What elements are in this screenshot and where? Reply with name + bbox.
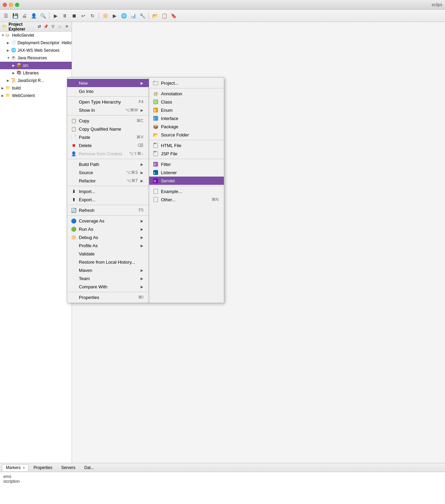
submenu-item-example[interactable]: Example... [149, 187, 224, 195]
menu-item-import[interactable]: ⬇ Import... [67, 187, 149, 195]
menu-item-paste[interactable]: 📄 Paste ⌘V [67, 133, 149, 141]
tab-markers[interactable]: Markers ☓ [2, 464, 28, 471]
toolbar-print-btn[interactable]: 🖨 [20, 11, 29, 20]
menu-item-source[interactable]: Source ⌥⌘S ▶ [67, 168, 149, 177]
opentypehierarchy-icon [71, 99, 77, 105]
source-icon [71, 169, 77, 176]
menu-item-refresh[interactable]: 🔄 Refresh F5 [67, 206, 149, 214]
menu-item-buildpath[interactable]: Build Path ▶ [67, 160, 149, 168]
submenu-item-filter[interactable]: F Filter [149, 160, 224, 168]
toolbar-stop-btn[interactable]: ⏹ [70, 11, 79, 20]
tree-item-deployment[interactable]: ▶ 📄 Deployment Descriptor: HelloServlet [0, 39, 72, 47]
menu-item-coverageas[interactable]: 🔵 Coverage As ▶ [67, 217, 149, 225]
tree-item-jaxws[interactable]: ▶ 🌐 JAX-WS Web Services [0, 47, 72, 54]
toolbar-refresh-btn[interactable]: ↻ [88, 11, 97, 20]
toolbar-save-btn[interactable]: 💾 [11, 11, 20, 20]
panel-header-actions: ⇄ 📌 ▽ □ ✕ [36, 24, 70, 30]
submenu-item-listener[interactable]: L Listener [149, 168, 224, 177]
menu-item-gointo[interactable]: Go Into [67, 87, 149, 95]
submenu-item-class[interactable]: C Class [149, 98, 224, 106]
menu-item-opentypehierarchy[interactable]: Open Type Hierarchy F4 [67, 98, 149, 106]
tree-item-src[interactable]: ▶ 📦 src [0, 62, 72, 69]
menu-label-export: Export... [79, 197, 143, 202]
svg-text:E: E [154, 109, 156, 112]
menu-label-runas: Run As [79, 227, 138, 232]
submenu-item-servlet[interactable]: S Servlet [149, 177, 224, 185]
submenu-label-other: Other... [161, 197, 204, 202]
tab-properties[interactable]: Properties [30, 464, 56, 471]
toolbar-bookmark-btn[interactable]: 🔖 [169, 11, 178, 20]
toolbar-open-btn[interactable]: 📂 [151, 11, 159, 20]
menu-item-validate[interactable]: Validate [67, 250, 149, 258]
submenu-item-enum[interactable]: E Enum [149, 106, 224, 114]
minimize-button[interactable] [9, 3, 13, 7]
menu-item-maven[interactable]: Maven ▶ [67, 266, 149, 274]
tree-label-libraries: Libraries [23, 71, 39, 75]
toolbar-pause-btn[interactable]: ⏸ [60, 11, 69, 20]
buildpath-arrow: ▶ [141, 163, 143, 166]
toolbar-step-btn[interactable]: ↩ [79, 11, 88, 20]
submenu-item-other[interactable]: Other... ⌘N [149, 195, 224, 204]
menu-item-properties[interactable]: Properties ⌘I [67, 293, 149, 301]
maven-arrow: ▶ [141, 268, 143, 272]
tree-item-build[interactable]: ▶ 📁 build [0, 84, 72, 92]
panel-pin-btn[interactable]: 📌 [43, 24, 49, 30]
panel-minimize-btn[interactable]: ▽ [50, 24, 56, 30]
menu-label-team: Team [79, 276, 138, 281]
html-submenu-icon [153, 142, 159, 148]
tree-item-webcontent[interactable]: ▶ 📁 WebContent [0, 92, 72, 99]
toolbar-coverage-btn[interactable]: 📊 [129, 11, 137, 20]
tab-data-label: Dat... [84, 465, 94, 470]
tree-item-libraries[interactable]: ▶ 📚 Libraries [0, 69, 72, 77]
tree-item-jsresources[interactable]: ▶ 📜 JavaScript R... [0, 77, 72, 84]
svg-rect-9 [154, 143, 156, 144]
toolbar-profile-btn[interactable]: 🌐 [119, 11, 128, 20]
submenu-item-package[interactable]: 📦 Package [149, 122, 224, 131]
submenu-item-annotation[interactable]: @ Annotation [149, 89, 224, 98]
tab-data[interactable]: Dat... [81, 464, 98, 471]
submenu-item-jspfile[interactable]: JSP File [149, 149, 224, 158]
toolbar-build-btn[interactable]: 🔧 [138, 11, 147, 20]
toolbar-run-btn[interactable]: ▶ [51, 11, 60, 20]
menu-item-delete[interactable]: ✖ Delete ⌫ [67, 141, 149, 149]
tab-servers[interactable]: Servers [57, 464, 79, 471]
panel-close-btn[interactable]: ✕ [63, 24, 70, 30]
toolbar-user-btn[interactable]: 👤 [29, 11, 38, 20]
maximize-button[interactable] [15, 3, 19, 7]
package-submenu-icon: 📦 [153, 123, 159, 130]
svg-text:L: L [154, 171, 156, 175]
submenu-item-htmlfile[interactable]: HTML File [149, 141, 224, 149]
menu-item-export[interactable]: ⬆ Export... [67, 195, 149, 204]
tree-label-webcontent: WebContent [12, 93, 35, 98]
context-menu: New ▶ Go Into Open Type Hierarchy F4 Sho… [67, 77, 149, 303]
menu-item-new[interactable]: New ▶ [67, 79, 149, 87]
panel-maximize-btn[interactable]: □ [57, 24, 63, 30]
toolbar-launch-btn[interactable]: ▶ [110, 11, 119, 20]
toolbar-new-btn[interactable]: ☰ [1, 11, 10, 20]
toolbar-history-btn[interactable]: 📋 [160, 11, 169, 20]
menu-item-comparewith[interactable]: Compare With ▶ [67, 283, 149, 291]
menu-item-copy[interactable]: 📋 Copy ⌘C [67, 117, 149, 125]
toolbar-search-btn[interactable]: 🔍 [38, 11, 47, 20]
menu-item-restorefromlocalhistory[interactable]: Restore from Local History... [67, 258, 149, 266]
tree-item-javaresources[interactable]: ▼ ☕ Java Resources [0, 54, 72, 62]
run-icon: 🟢 [71, 226, 77, 232]
menu-shortcut-opentypehierarchy: F4 [139, 99, 143, 104]
submenu-item-interface[interactable]: I Interface [149, 114, 224, 122]
menu-item-debugas[interactable]: 🔆 Debug As ▶ [67, 233, 149, 241]
menu-item-profileas[interactable]: Profile As ▶ [67, 241, 149, 250]
tree-item-helloservlet[interactable]: ▼ 🗂 HelloServlet [0, 32, 72, 39]
submenu-item-project[interactable]: Project... [149, 79, 224, 87]
menu-item-showin[interactable]: Show In ⌥⌘W ▶ [67, 106, 149, 114]
close-button[interactable] [3, 3, 7, 7]
panel-sync-btn[interactable]: ⇄ [36, 24, 42, 30]
toolbar-debug-launch-btn[interactable]: 🔆 [101, 11, 110, 20]
submenu-new: Project... @ Annotation C Class E [149, 77, 224, 303]
bottom-content-line1: ems [3, 474, 442, 479]
menu-item-refactor[interactable]: Refactor ⌥⌘T ▶ [67, 177, 149, 185]
project-explorer-title: Project Explorer [9, 22, 35, 32]
menu-item-runas[interactable]: 🟢 Run As ▶ [67, 225, 149, 233]
menu-item-copyqualifiedname[interactable]: 📋 Copy Qualified Name [67, 125, 149, 133]
menu-item-team[interactable]: Team ▶ [67, 274, 149, 283]
submenu-item-sourcefolder[interactable]: 📂 Source Folder [149, 131, 224, 139]
